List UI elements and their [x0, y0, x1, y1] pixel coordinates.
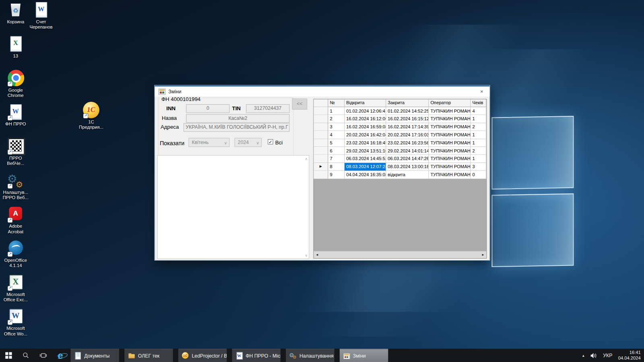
- desktop-icon[interactable]: ФН ПРРО: [1, 104, 30, 138]
- row-header-cell[interactable]: [314, 115, 328, 123]
- cell-closed[interactable]: 06.03.2024 14:47:26: [386, 155, 429, 163]
- cell-opened[interactable]: 01.02.2024 12:06:41: [345, 107, 386, 115]
- row-header-cell[interactable]: [314, 123, 328, 131]
- scroll-right-icon[interactable]: ►: [481, 253, 485, 257]
- year-select[interactable]: 2024∨: [235, 138, 262, 147]
- cell-closed[interactable]: 01.02.2024 14:52:25: [386, 107, 429, 115]
- search-button[interactable]: [17, 349, 35, 362]
- desktop-icon[interactable]: 13: [1, 36, 30, 70]
- cell-operator[interactable]: ТУПІЧКИН РОМАН ...: [429, 163, 471, 171]
- cell-operator[interactable]: ТУПІЧКИН РОМАН ...: [429, 147, 471, 155]
- row-header-cell[interactable]: [314, 107, 328, 115]
- table-row[interactable]: 3 16.02.2024 16:59:08 16.02.2024 17:14:3…: [314, 123, 487, 131]
- cell-number[interactable]: 4: [328, 131, 345, 139]
- month-select[interactable]: Квітень∨: [188, 138, 229, 147]
- taskbar-app-button[interactable]: LedProjector / Busi...: [178, 349, 227, 362]
- cell-operator[interactable]: ТУПІЧКИН РОМАН ...: [429, 139, 471, 147]
- hidden-icons-button[interactable]: ▲: [582, 354, 585, 357]
- cell-opened[interactable]: 23.02.2024 16:18:45: [345, 139, 386, 147]
- desktop-icon[interactable]: Google Chrome: [1, 70, 30, 104]
- table-header-closed[interactable]: Закрита: [386, 99, 429, 107]
- row-header-cell[interactable]: ▶: [314, 163, 328, 171]
- taskbar-app-button[interactable]: Налаштування ПР...: [286, 349, 334, 362]
- volume-icon[interactable]: [591, 353, 597, 358]
- language-indicator[interactable]: УКР: [603, 353, 612, 358]
- taskbar-app-button[interactable]: ФН ПРРО - Micros...: [232, 349, 281, 362]
- desktop-icon[interactable]: Счет Черепанов: [26, 2, 56, 30]
- row-header-cell[interactable]: [314, 171, 328, 179]
- cell-number[interactable]: 2: [328, 115, 345, 123]
- table-row[interactable]: 1 01.02.2024 12:06:41 01.02.2024 14:52:2…: [314, 107, 487, 115]
- desktop-icon[interactable]: Microsoft Office Wo...: [1, 308, 30, 342]
- taskbar-app-button[interactable]: ОЛЕГ тек: [124, 349, 173, 362]
- scroll-down-icon[interactable]: ∨: [305, 253, 308, 257]
- cell-operator[interactable]: ТУПІЧКИН РОМАН ...: [429, 131, 471, 139]
- cell-opened[interactable]: 04.04.2024 16:35:08: [345, 171, 386, 179]
- scroll-up-icon[interactable]: ∧: [305, 157, 308, 161]
- cell-closed[interactable]: 08.03.2024 13:00:18: [386, 163, 429, 171]
- cell-number[interactable]: 9: [328, 171, 345, 179]
- desktop-icon[interactable]: 1С Предприя...: [76, 102, 106, 130]
- cell-opened[interactable]: 16.02.2024 16:12:06: [345, 115, 386, 123]
- name-field[interactable]: Каса№2: [186, 114, 289, 123]
- table-row[interactable]: 7 06.03.2024 14:45:52 06.03.2024 14:47:2…: [314, 155, 487, 163]
- cell-checks[interactable]: 1: [471, 131, 486, 139]
- cell-checks[interactable]: 4: [471, 107, 486, 115]
- cell-opened[interactable]: 20.02.2024 16:42:04: [345, 131, 386, 139]
- clock[interactable]: 16:41 04.04.2024: [618, 350, 641, 361]
- table-row[interactable]: ▶ 8 08.03.2024 12:07:24 08.03.2024 13:00…: [314, 163, 487, 171]
- close-button[interactable]: ×: [476, 87, 488, 95]
- cell-checks[interactable]: 1: [471, 155, 486, 163]
- row-header-cell[interactable]: [314, 155, 328, 163]
- inn-field[interactable]: 0: [186, 104, 229, 113]
- cell-checks[interactable]: 1: [471, 139, 486, 147]
- desktop-icon[interactable]: Microsoft Office Exc...: [1, 274, 30, 309]
- cell-opened[interactable]: 16.02.2024 16:59:08: [345, 123, 386, 131]
- taskbar-app-button[interactable]: Документы: [71, 349, 119, 362]
- table-header-operator[interactable]: Оператор: [429, 99, 471, 107]
- cell-closed[interactable]: 20.02.2024 17:16:03: [386, 131, 429, 139]
- cell-number[interactable]: 8: [328, 163, 345, 171]
- cell-checks[interactable]: 2: [471, 123, 486, 131]
- cell-closed[interactable]: 16.02.2024 16:15:12: [386, 115, 429, 123]
- cell-closed[interactable]: відкрита: [386, 171, 429, 179]
- desktop-icon[interactable]: ПРРО ВебЧе...: [1, 138, 30, 172]
- dialog-titlebar[interactable]: Зміни ×: [155, 86, 490, 96]
- table-row[interactable]: 5 23.02.2024 16:18:45 23.02.2024 16:23:5…: [314, 139, 487, 147]
- collapse-button[interactable]: <<: [292, 99, 308, 110]
- address-field[interactable]: УКРАЇНА, М.КИЇВ ГОЛОСІЇВСЬКИЙ Р-Н, пр.Г: [184, 123, 289, 132]
- desktop-icon[interactable]: Налаштув... ПРРО Веб...: [1, 172, 30, 206]
- table-row[interactable]: 2 16.02.2024 16:12:06 16.02.2024 16:15:1…: [314, 115, 487, 123]
- cell-opened[interactable]: 08.03.2024 12:07:24: [345, 163, 386, 171]
- desktop-icon[interactable]: Adobe Acrobat: [1, 206, 30, 240]
- cell-checks[interactable]: 0: [471, 171, 486, 179]
- all-checkbox[interactable]: ✓: [268, 139, 273, 144]
- tin-field[interactable]: 3127024437: [246, 104, 289, 113]
- start-button[interactable]: [0, 349, 17, 362]
- scroll-left-icon[interactable]: ◄: [316, 253, 319, 257]
- table-header-checks[interactable]: Чеків: [471, 99, 486, 107]
- table-row[interactable]: 6 29.02.2024 13:51:10 29.02.2024 14:01:1…: [314, 147, 487, 155]
- cell-operator[interactable]: ТУПІЧКИН РОМАН ...: [429, 123, 471, 131]
- cell-closed[interactable]: 23.02.2024 16:23:56: [386, 139, 429, 147]
- cell-number[interactable]: 6: [328, 147, 345, 155]
- table-row[interactable]: 4 20.02.2024 16:42:04 20.02.2024 17:16:0…: [314, 131, 487, 139]
- desktop[interactable]: Корзина 13 Google Chrome ФН ПРРО: [0, 0, 644, 349]
- cell-operator[interactable]: ТУПІЧКИН РОМАН ...: [429, 171, 471, 179]
- cell-closed[interactable]: 16.02.2024 17:14:39: [386, 123, 429, 131]
- cell-operator[interactable]: ТУПІЧКИН РОМАН ...: [429, 107, 471, 115]
- row-header-cell[interactable]: [314, 147, 328, 155]
- table-row[interactable]: 9 04.04.2024 16:35:08 відкрита ТУПІЧКИН …: [314, 171, 487, 179]
- cell-opened[interactable]: 29.02.2024 13:51:10: [345, 147, 386, 155]
- cell-number[interactable]: 7: [328, 155, 345, 163]
- cell-number[interactable]: 5: [328, 139, 345, 147]
- table-header-number[interactable]: №: [328, 99, 345, 107]
- details-listbox[interactable]: ∧ ∨: [157, 155, 310, 259]
- cell-closed[interactable]: 29.02.2024 14:01:14: [386, 147, 429, 155]
- row-header-cell[interactable]: [314, 139, 328, 147]
- task-view-button[interactable]: [35, 349, 52, 362]
- cell-number[interactable]: 3: [328, 123, 345, 131]
- row-header-cell[interactable]: [314, 131, 328, 139]
- cell-checks[interactable]: 3: [471, 163, 486, 171]
- table-header-opened[interactable]: Відкрита: [345, 99, 386, 107]
